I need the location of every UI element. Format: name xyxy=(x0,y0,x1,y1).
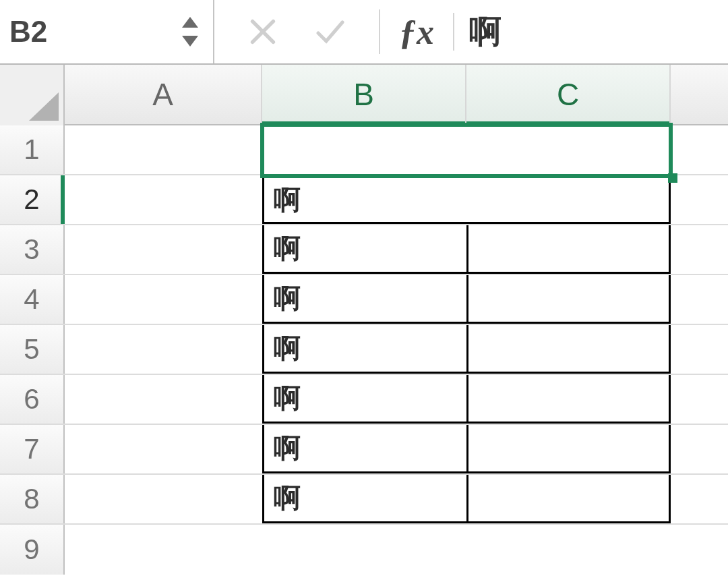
table-row: 8 啊 xyxy=(0,475,728,525)
cell-A8[interactable] xyxy=(65,475,262,523)
table-row: 2 啊 xyxy=(0,175,728,225)
cell-B2[interactable]: 啊 xyxy=(262,175,466,224)
table-row: 4 啊 xyxy=(0,275,728,325)
fill-handle[interactable] xyxy=(668,173,677,183)
formula-bar-buttons xyxy=(214,9,380,54)
cell-D4[interactable] xyxy=(671,275,728,324)
cell-C5[interactable] xyxy=(466,325,671,374)
row-header[interactable]: 3 xyxy=(0,225,65,274)
formula-input[interactable]: 啊 xyxy=(469,10,502,53)
rows: 1 2 啊 3 啊 4 啊 5 xyxy=(0,125,728,575)
column-header-A[interactable]: A xyxy=(65,65,262,124)
row-header[interactable]: 7 xyxy=(0,425,65,473)
column-header-C[interactable]: C xyxy=(466,65,671,124)
table-row: 5 啊 xyxy=(0,325,728,375)
name-box-stepper[interactable] xyxy=(182,17,213,47)
cell-A3[interactable] xyxy=(65,225,262,274)
cancel-icon[interactable] xyxy=(248,17,278,47)
divider xyxy=(453,13,454,51)
cell-C6[interactable] xyxy=(466,375,671,424)
formula-bar: B2 ƒx 啊 xyxy=(0,0,728,65)
cell-B4[interactable]: 啊 xyxy=(262,275,466,324)
row-header[interactable]: 4 xyxy=(0,275,65,324)
cell-C2[interactable] xyxy=(466,175,671,224)
chevron-up-icon[interactable] xyxy=(182,17,198,28)
fx-label[interactable]: ƒx xyxy=(380,12,453,52)
cell-B5[interactable]: 啊 xyxy=(262,325,466,374)
cell-A6[interactable] xyxy=(65,375,262,424)
cell-C4[interactable] xyxy=(466,275,671,324)
row-header[interactable]: 5 xyxy=(0,325,65,374)
row-header[interactable]: 2 xyxy=(0,175,65,224)
cell-D5[interactable] xyxy=(671,325,728,374)
row-header[interactable]: 9 xyxy=(0,525,65,575)
cell-D1[interactable] xyxy=(671,125,728,174)
table-row: 6 啊 xyxy=(0,375,728,425)
cell-B6[interactable]: 啊 xyxy=(262,375,466,424)
cell-A7[interactable] xyxy=(65,425,262,473)
cell-B3[interactable]: 啊 xyxy=(262,225,466,274)
cell-C9[interactable] xyxy=(466,525,671,575)
cell-C1[interactable] xyxy=(466,125,671,174)
cell-A4[interactable] xyxy=(65,275,262,324)
table-row: 7 啊 xyxy=(0,425,728,475)
cell-D8[interactable] xyxy=(671,475,728,523)
cell-A5[interactable] xyxy=(65,325,262,374)
column-header-next[interactable] xyxy=(671,65,728,124)
cell-C8[interactable] xyxy=(466,475,671,523)
cell-D9[interactable] xyxy=(671,525,728,575)
column-headers: A B C xyxy=(0,65,728,125)
name-box-container[interactable]: B2 xyxy=(0,0,214,63)
cell-B7[interactable]: 啊 xyxy=(262,425,466,473)
cell-C3[interactable] xyxy=(466,225,671,274)
table-row: 1 xyxy=(0,125,728,175)
cell-A2[interactable] xyxy=(65,175,262,224)
cell-B9[interactable] xyxy=(262,525,466,575)
table-row: 9 xyxy=(0,525,728,575)
name-box[interactable]: B2 xyxy=(9,15,182,49)
cell-A1[interactable] xyxy=(65,125,262,174)
table-row: 3 啊 xyxy=(0,225,728,275)
confirm-icon[interactable] xyxy=(315,17,345,47)
row-header[interactable]: 6 xyxy=(0,375,65,424)
cell-D7[interactable] xyxy=(671,425,728,473)
spreadsheet-grid[interactable]: A B C 1 2 啊 3 啊 4 啊 xyxy=(0,65,728,580)
cell-D3[interactable] xyxy=(671,225,728,274)
cell-C7[interactable] xyxy=(466,425,671,473)
cell-B1[interactable] xyxy=(262,125,466,174)
row-header[interactable]: 1 xyxy=(0,125,65,174)
select-all-corner[interactable] xyxy=(0,65,65,125)
cell-A9[interactable] xyxy=(65,525,262,575)
cell-B8[interactable]: 啊 xyxy=(262,475,466,523)
column-header-B[interactable]: B xyxy=(262,65,466,124)
cell-D6[interactable] xyxy=(671,375,728,424)
cell-D2[interactable] xyxy=(671,175,728,224)
chevron-down-icon[interactable] xyxy=(182,36,198,47)
row-header[interactable]: 8 xyxy=(0,475,65,523)
